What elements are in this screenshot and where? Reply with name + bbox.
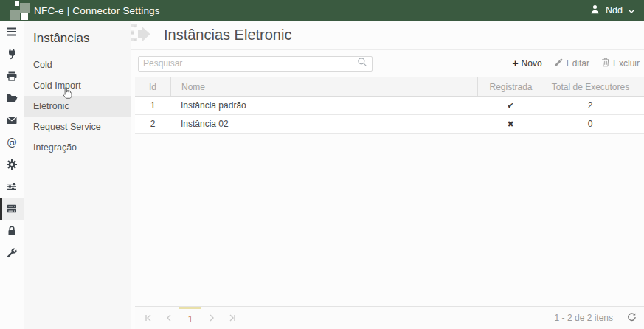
search-input[interactable] bbox=[143, 58, 357, 69]
last-page-icon bbox=[229, 313, 236, 324]
cell-filler bbox=[637, 97, 644, 114]
pager: 1 1 - 2 de 2 itens bbox=[135, 306, 644, 329]
ndd-logo bbox=[4, 1, 30, 20]
folder-open-icon bbox=[6, 92, 18, 104]
sidebar-item-cold-import[interactable]: Cold Import bbox=[24, 75, 131, 96]
menu-icon bbox=[6, 26, 18, 38]
topbar: NFC-e | Connector Settings Ndd bbox=[0, 0, 644, 21]
at-sign-icon: @ bbox=[6, 136, 18, 148]
plus-icon: + bbox=[512, 58, 518, 69]
column-header-registrada[interactable]: Registrada bbox=[477, 77, 544, 96]
not-registered-x-icon: ✖ bbox=[477, 115, 544, 133]
edit-pencil-icon bbox=[554, 58, 564, 69]
toolbar-buttons: + Novo Editar Excluir bbox=[512, 58, 640, 69]
cell-id: 2 bbox=[135, 115, 170, 133]
page-title: Instâncias Eletronic bbox=[164, 27, 291, 44]
user-name: Ndd bbox=[606, 5, 623, 15]
app-window: NFC-e | Connector Settings Ndd bbox=[0, 0, 644, 329]
sidebar-item-request-service[interactable]: Request Service bbox=[24, 117, 131, 137]
chevron-down-icon bbox=[628, 4, 635, 17]
main-content: Instâncias Eletronic + Novo bbox=[131, 21, 644, 329]
page-header: Instâncias Eletronic bbox=[131, 21, 644, 50]
cell-executores: 0 bbox=[544, 115, 637, 133]
cell-id: 1 bbox=[135, 97, 170, 114]
cell-filler bbox=[637, 115, 644, 133]
sidebar: Instâncias Cold Cold Import Eletronic Re… bbox=[24, 21, 131, 329]
refresh-icon bbox=[626, 312, 637, 325]
first-page-button[interactable] bbox=[138, 307, 159, 329]
icon-rail: @ bbox=[0, 21, 24, 329]
svg-text:@: @ bbox=[7, 136, 17, 148]
column-header-nome[interactable]: Nome bbox=[170, 77, 477, 96]
edit-button[interactable]: Editar bbox=[554, 58, 589, 69]
column-header-filler bbox=[637, 77, 644, 96]
search-icon[interactable] bbox=[357, 57, 367, 70]
table-row[interactable]: 2 Instância 02 ✖ 0 bbox=[135, 115, 644, 134]
cell-nome: Instância 02 bbox=[170, 115, 477, 133]
app-title: NFC-e | Connector Settings bbox=[34, 5, 160, 16]
rail-item-sliders[interactable] bbox=[0, 176, 24, 198]
instances-stack-icon bbox=[131, 21, 158, 49]
rail-item-instances[interactable] bbox=[0, 198, 24, 220]
cell-nome: Instância padrão bbox=[170, 97, 477, 114]
sidebar-item-eletronic[interactable]: Eletronic bbox=[24, 96, 131, 117]
prev-page-button[interactable] bbox=[159, 307, 179, 329]
current-page-button[interactable]: 1 bbox=[179, 307, 201, 329]
column-header-id[interactable]: Id bbox=[135, 77, 170, 96]
user-icon bbox=[589, 4, 600, 18]
rail-item-settings[interactable] bbox=[0, 153, 24, 176]
sliders-icon bbox=[6, 181, 18, 193]
delete-button[interactable]: Excluir bbox=[601, 58, 640, 69]
sidebar-item-cold[interactable]: Cold bbox=[24, 55, 131, 75]
server-stack-icon bbox=[6, 203, 18, 215]
table-row[interactable]: 1 Instância padrão ✔ 2 bbox=[135, 97, 644, 115]
data-grid: Id Nome Registrada Total de Executores 1… bbox=[135, 77, 644, 134]
rail-item-menu[interactable] bbox=[0, 21, 24, 43]
user-menu[interactable]: Ndd bbox=[589, 4, 635, 18]
rail-item-mail[interactable] bbox=[0, 109, 24, 131]
trash-icon bbox=[601, 58, 610, 69]
printer-icon bbox=[6, 70, 18, 82]
gear-icon bbox=[6, 159, 18, 170]
sidebar-title: Instâncias bbox=[24, 21, 131, 55]
grid-header: Id Nome Registrada Total de Executores bbox=[135, 77, 644, 97]
rail-item-folder[interactable] bbox=[0, 87, 24, 109]
rail-item-plug[interactable] bbox=[0, 43, 24, 65]
plug-icon bbox=[6, 48, 18, 60]
rail-item-at[interactable]: @ bbox=[0, 131, 24, 153]
envelope-icon bbox=[6, 114, 18, 126]
edit-button-label: Editar bbox=[567, 58, 589, 69]
new-button[interactable]: + Novo bbox=[512, 58, 541, 69]
lock-icon bbox=[6, 225, 18, 237]
rail-item-security[interactable] bbox=[0, 220, 24, 242]
sidebar-item-integracao[interactable]: Integração bbox=[24, 137, 131, 158]
app-body: @ Instâncias Cold Cold Import Eletroni bbox=[0, 21, 644, 329]
first-page-icon bbox=[145, 313, 152, 324]
prev-page-icon bbox=[165, 313, 173, 324]
next-page-icon bbox=[208, 313, 215, 324]
pager-right: 1 - 2 de 2 itens bbox=[555, 307, 637, 329]
next-page-button[interactable] bbox=[201, 307, 222, 329]
rail-item-printer[interactable] bbox=[0, 65, 24, 87]
rail-item-tools[interactable] bbox=[0, 242, 24, 264]
last-page-button[interactable] bbox=[222, 307, 243, 329]
grid-empty-area bbox=[131, 134, 644, 306]
toolbar: + Novo Editar Excluir bbox=[131, 55, 644, 72]
delete-button-label: Excluir bbox=[613, 58, 640, 69]
refresh-button[interactable] bbox=[626, 312, 637, 325]
wrench-icon bbox=[6, 247, 18, 259]
search-box bbox=[138, 56, 373, 72]
registered-check-icon: ✔ bbox=[477, 97, 544, 114]
column-header-executores[interactable]: Total de Executores bbox=[544, 77, 637, 96]
cell-executores: 2 bbox=[544, 97, 637, 114]
pager-info: 1 - 2 de 2 itens bbox=[555, 313, 613, 323]
new-button-label: Novo bbox=[522, 58, 542, 69]
